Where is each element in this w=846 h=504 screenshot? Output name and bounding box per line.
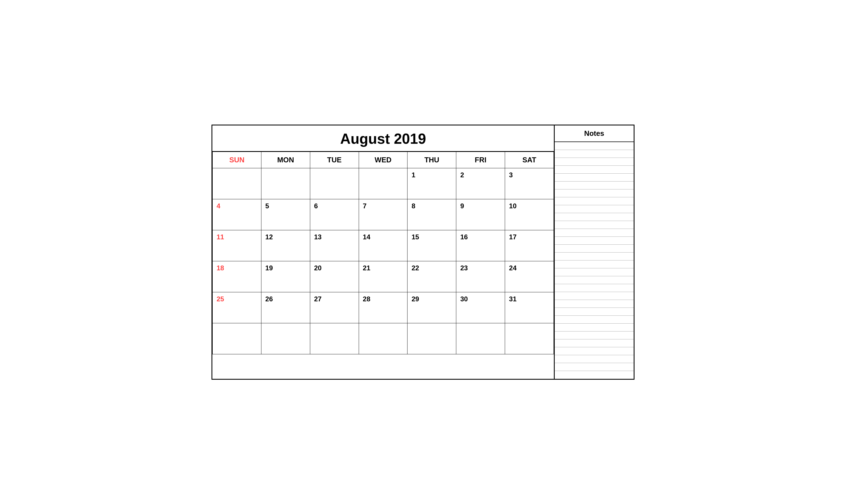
calendar-day: 6 <box>310 199 359 230</box>
calendar-day: 17 <box>505 230 554 261</box>
note-line[interactable] <box>555 347 634 355</box>
note-line[interactable] <box>555 355 634 363</box>
calendar-day: 31 <box>505 292 554 323</box>
note-line[interactable] <box>555 292 634 300</box>
day-header-sun: SUN <box>213 152 261 168</box>
calendar-day: 24 <box>505 261 554 292</box>
note-line[interactable] <box>555 245 634 253</box>
note-line[interactable] <box>555 300 634 308</box>
calendar-grid: SUN MON TUE WED THU FRI SAT 123456789101… <box>212 152 554 354</box>
calendar-day: 5 <box>261 199 310 230</box>
calendar-day: 4 <box>213 199 261 230</box>
day-header-sat: SAT <box>505 152 554 168</box>
calendar-day <box>407 323 456 354</box>
calendar-day <box>261 323 310 354</box>
calendar-day: 20 <box>310 261 359 292</box>
note-line[interactable] <box>555 308 634 316</box>
calendar-day: 8 <box>407 199 456 230</box>
note-line[interactable] <box>555 150 634 158</box>
calendar-day: 12 <box>261 230 310 261</box>
calendar-day: 18 <box>213 261 261 292</box>
calendar-day: 22 <box>407 261 456 292</box>
note-line[interactable] <box>555 229 634 237</box>
calendar-day <box>261 168 310 199</box>
note-line[interactable] <box>555 331 634 339</box>
note-line[interactable] <box>555 205 634 213</box>
notes-section: Notes <box>555 125 634 379</box>
calendar-day: 29 <box>407 292 456 323</box>
note-line[interactable] <box>555 213 634 221</box>
calendar-day <box>456 323 505 354</box>
note-line[interactable] <box>555 324 634 331</box>
calendar-day: 11 <box>213 230 261 261</box>
calendar-day: 15 <box>407 230 456 261</box>
note-line[interactable] <box>555 197 634 205</box>
calendar-day: 25 <box>213 292 261 323</box>
calendar-day <box>359 168 407 199</box>
calendar-day: 10 <box>505 199 554 230</box>
note-line[interactable] <box>555 276 634 284</box>
calendar-day: 19 <box>261 261 310 292</box>
calendar-day: 16 <box>456 230 505 261</box>
calendar-day: 14 <box>359 230 407 261</box>
note-line[interactable] <box>555 284 634 292</box>
day-header-fri: FRI <box>456 152 505 168</box>
note-line[interactable] <box>555 142 634 150</box>
note-line[interactable] <box>555 174 634 182</box>
calendar-title: August 2019 <box>212 125 554 152</box>
day-header-tue: TUE <box>310 152 359 168</box>
day-header-wed: WED <box>359 152 407 168</box>
calendar-day: 23 <box>456 261 505 292</box>
note-line[interactable] <box>555 339 634 347</box>
note-line[interactable] <box>555 253 634 260</box>
day-header-mon: MON <box>261 152 310 168</box>
calendar-day: 26 <box>261 292 310 323</box>
calendar-day: 13 <box>310 230 359 261</box>
note-line[interactable] <box>555 158 634 166</box>
note-line[interactable] <box>555 182 634 190</box>
calendar-day: 3 <box>505 168 554 199</box>
note-line[interactable] <box>555 237 634 245</box>
note-line[interactable] <box>555 363 634 371</box>
calendar-day <box>213 168 261 199</box>
calendar-day: 21 <box>359 261 407 292</box>
calendar-day: 27 <box>310 292 359 323</box>
note-line[interactable] <box>555 371 634 379</box>
notes-title: Notes <box>555 125 634 142</box>
calendar-day <box>213 323 261 354</box>
calendar-day: 28 <box>359 292 407 323</box>
calendar-day: 9 <box>456 199 505 230</box>
calendar-day: 7 <box>359 199 407 230</box>
notes-lines <box>555 142 634 379</box>
calendar-day <box>310 323 359 354</box>
calendar-day <box>359 323 407 354</box>
calendar-day: 1 <box>407 168 456 199</box>
note-line[interactable] <box>555 166 634 174</box>
note-line[interactable] <box>555 268 634 276</box>
calendar-day <box>310 168 359 199</box>
note-line[interactable] <box>555 190 634 197</box>
page-wrapper: August 2019 SUN MON TUE WED THU FRI SAT … <box>211 125 635 380</box>
note-line[interactable] <box>555 316 634 324</box>
day-header-thu: THU <box>407 152 456 168</box>
calendar-day: 30 <box>456 292 505 323</box>
calendar-day: 2 <box>456 168 505 199</box>
note-line[interactable] <box>555 260 634 268</box>
note-line[interactable] <box>555 221 634 229</box>
calendar-section: August 2019 SUN MON TUE WED THU FRI SAT … <box>212 125 555 379</box>
calendar-day <box>505 323 554 354</box>
